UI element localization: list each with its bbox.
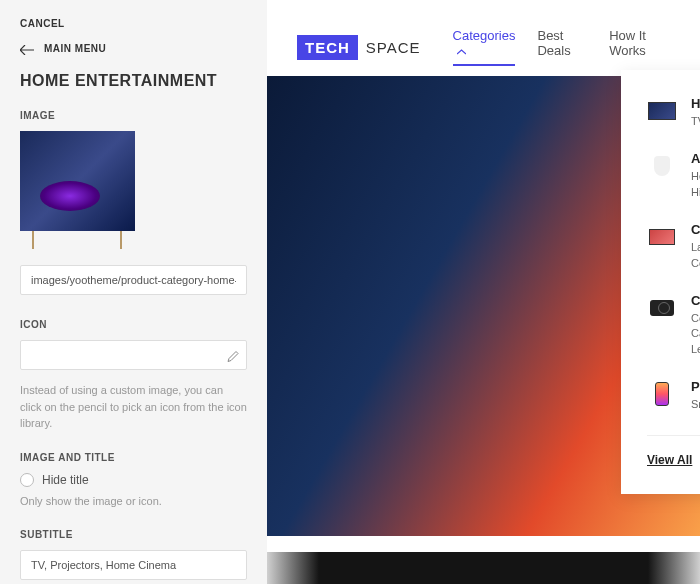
brand-logo[interactable]: TECH SPACE (297, 35, 429, 60)
editor-sidebar: CANCEL MAIN MENU HOME ENTERTAINMENT IMAG… (0, 0, 267, 584)
hide-title-radio[interactable]: Hide title (20, 473, 247, 487)
dropdown-subtitle: TV, Projectors, Home Cinema (691, 114, 700, 129)
site-preview: TECH SPACE Categories Best Deals How It … (267, 0, 700, 584)
image-field-group: IMAGE (20, 110, 247, 301)
nav-links: Categories Best Deals How It Works (453, 28, 670, 66)
topbar: TECH SPACE Categories Best Deals How It … (267, 0, 700, 80)
back-to-main-menu[interactable]: MAIN MENU (20, 43, 247, 54)
icon-field-group: ICON Instead of using a custom image, yo… (20, 319, 247, 432)
pencil-icon[interactable] (227, 351, 239, 366)
dropdown-title: Cameras (691, 293, 700, 308)
image-path-input[interactable] (20, 265, 247, 295)
dropdown-subtitle: Compact Cameras, DSLR Cameras, Action Ca… (691, 311, 700, 357)
subtitle-input[interactable] (20, 550, 247, 580)
image-and-title-label: IMAGE AND TITLE (20, 452, 247, 463)
icon-input[interactable] (20, 340, 247, 370)
dropdown-item-audio-music[interactable]: Audio & Music Headphones, Portable Speak… (647, 151, 700, 200)
dropdown-subtitle: Headphones, Portable Speakers, Hi-Fi Sys… (691, 169, 700, 200)
dropdown-item-home-entertainment[interactable]: Home Entertainment TV, Projectors, Home … (647, 96, 700, 129)
view-all-link[interactable]: View All (647, 453, 692, 467)
dropdown-item-cameras[interactable]: Cameras Compact Cameras, DSLR Cameras, A… (647, 293, 700, 357)
monitor-icon (647, 222, 677, 252)
brand-tech: TECH (297, 35, 358, 60)
dropdown-title: Computers (691, 222, 700, 237)
dropdown-subtitle: Laptops, Monitors, All-in-One Computers (691, 240, 700, 271)
icon-label: ICON (20, 319, 247, 330)
hero-bottom-strip (267, 546, 700, 584)
nav-how-it-works[interactable]: How It Works (609, 28, 670, 66)
arrow-left-icon (20, 44, 34, 54)
brand-space: SPACE (358, 35, 429, 60)
dropdown-item-phones-tablets[interactable]: Phones & Tablets Smartphones, Tablets, E… (647, 379, 700, 412)
subtitle-label: SUBTITLE (20, 529, 247, 540)
dropdown-title: Phones & Tablets (691, 379, 700, 394)
icon-help-text: Instead of using a custom image, you can… (20, 382, 247, 432)
phone-icon (647, 379, 677, 409)
nav-best-deals[interactable]: Best Deals (537, 28, 587, 66)
headphones-icon (647, 151, 677, 181)
dropdown-title: Home Entertainment (691, 96, 700, 111)
cancel-button[interactable]: CANCEL (20, 18, 65, 29)
image-label: IMAGE (20, 110, 247, 121)
image-and-title-group: IMAGE AND TITLE Hide title Only show the… (20, 452, 247, 510)
image-preview[interactable] (20, 131, 135, 231)
subtitle-group: SUBTITLE Enter a subtitle that will be d… (20, 529, 247, 584)
dropdown-divider (647, 435, 700, 436)
hide-title-label: Hide title (42, 473, 89, 487)
categories-dropdown: Home Entertainment TV, Projectors, Home … (621, 70, 700, 494)
page-title: HOME ENTERTAINMENT (20, 72, 247, 90)
radio-icon (20, 473, 34, 487)
camera-icon (647, 293, 677, 323)
dropdown-title: Audio & Music (691, 151, 700, 166)
tv-icon (647, 96, 677, 126)
nav-categories[interactable]: Categories (453, 28, 516, 66)
hide-title-help: Only show the image or icon. (20, 493, 247, 510)
nav-categories-label: Categories (453, 28, 516, 43)
chevron-up-icon (457, 43, 466, 58)
main-menu-label: MAIN MENU (44, 43, 106, 54)
dropdown-subtitle: Smartphones, Tablets, E-Readers (691, 397, 700, 412)
dropdown-item-computers[interactable]: Computers Laptops, Monitors, All-in-One … (647, 222, 700, 271)
